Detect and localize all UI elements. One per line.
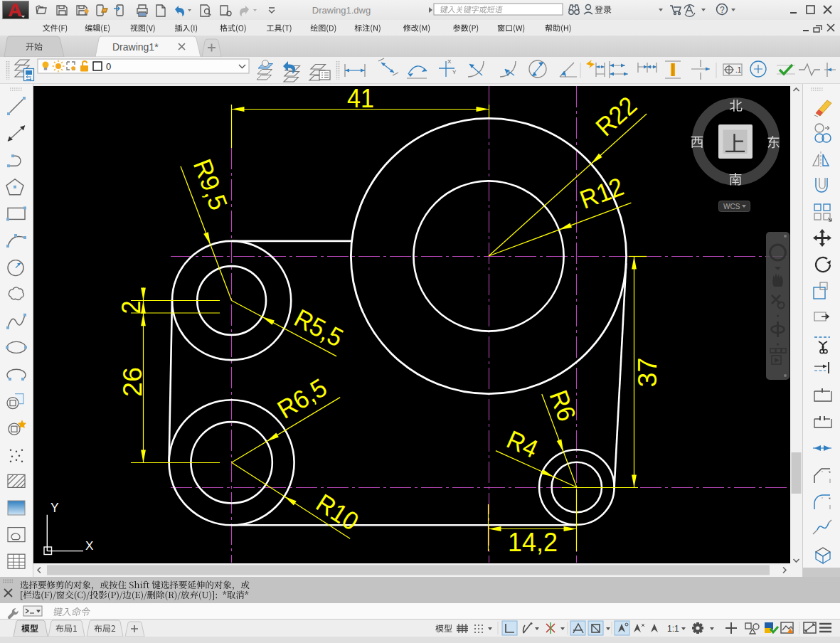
svg-text:R12: R12 [576,171,627,214]
svg-text:2: 2 [117,301,146,314]
svg-text:.1: .1 [735,66,742,74]
svg-text:WCS: WCS [723,203,740,211]
svg-text:37: 37 [633,358,662,388]
svg-text:R9,5: R9,5 [188,155,233,214]
svg-text:R5,5: R5,5 [289,303,348,353]
svg-text:Drawing1*: Drawing1* [112,41,159,53]
svg-text:41: 41 [347,86,374,113]
svg-text:R22: R22 [590,90,643,142]
svg-text:1:1: 1:1 [667,624,679,634]
svg-text:?: ? [720,5,725,15]
svg-text:R4: R4 [503,425,543,464]
svg-text:R10: R10 [311,488,363,536]
svg-text:Y: Y [452,69,457,75]
svg-text:14,2: 14,2 [508,528,558,557]
svg-text:X: X [85,539,93,553]
svg-text:R6: R6 [543,386,581,425]
svg-text:X: X [447,58,452,65]
svg-text:26: 26 [118,367,147,397]
svg-text:0: 0 [106,61,111,72]
svg-text:R6,5: R6,5 [272,373,332,425]
svg-text:Y: Y [50,501,59,515]
